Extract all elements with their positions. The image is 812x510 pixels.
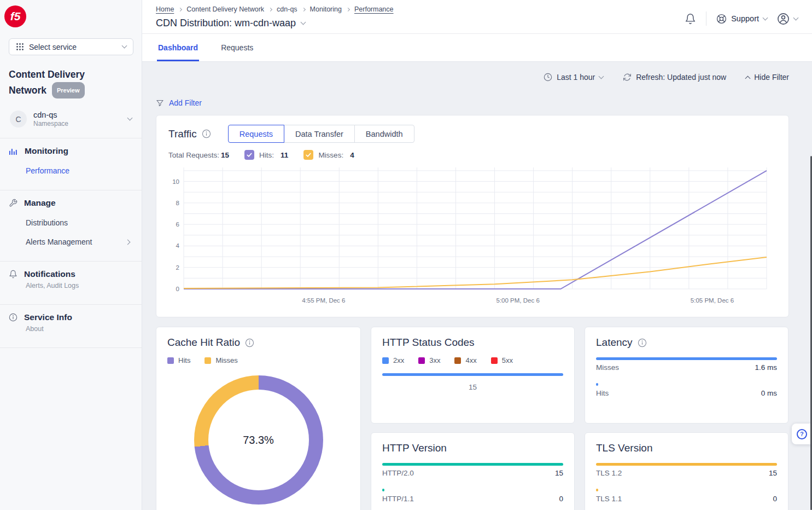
- latency-hits-row: Hits0 ms: [596, 383, 777, 397]
- traffic-view-tabs: Requests Data Transfer Bandwidth: [228, 125, 414, 143]
- http11-label: HTTP/1.1: [382, 495, 414, 503]
- info-icon: [202, 129, 211, 138]
- tab-dashboard[interactable]: Dashboard: [157, 34, 199, 61]
- funnel-icon: [156, 99, 164, 107]
- topbar-right: Support: [685, 5, 798, 29]
- donut-wrap: 73.3%: [167, 375, 349, 505]
- sidebar-item-service-info[interactable]: Service Info About: [0, 305, 142, 340]
- add-filter-button[interactable]: Add Filter: [169, 98, 202, 107]
- cache-hit-ratio-panel: Cache Hit Ratio Hits Misses: [156, 327, 361, 510]
- http2-label: HTTP/2.0: [382, 469, 414, 477]
- breadcrumb-separator: [178, 7, 182, 11]
- breadcrumb-monitoring[interactable]: Monitoring: [310, 5, 342, 13]
- page-tabs: Dashboard Requests: [142, 34, 812, 62]
- status-2xx-bar: [382, 373, 563, 376]
- 5xx-label: 5xx: [502, 356, 513, 364]
- svg-text:4:55 PM, Dec 6: 4:55 PM, Dec 6: [302, 297, 345, 304]
- breadcrumb-performance[interactable]: Performance: [354, 5, 394, 13]
- page-title: CDN Distribution: wm-cdn-waap: [156, 18, 296, 29]
- traffic-panel: Traffic Requests Data Transfer Bandwidth…: [156, 115, 789, 317]
- misses-legend-label: Misses: [215, 356, 237, 364]
- traffic-line-chart: 02468104:55 PM, Dec 65:00 PM, Dec 65:05 …: [168, 164, 776, 309]
- status-bar-count: 15: [382, 383, 563, 391]
- latency-panel: Latency Misses1.6 ms Hits0 ms: [585, 327, 788, 424]
- hits-checkbox[interactable]: Hits:11: [244, 150, 288, 160]
- notifications-label: Notifications: [24, 269, 75, 279]
- hits-label: Hits:: [259, 151, 274, 159]
- monitoring-section-label: Monitoring: [25, 146, 68, 156]
- legend-item-2xx: 2xx: [382, 356, 404, 364]
- service-info-label: Service Info: [24, 312, 72, 322]
- select-service-dropdown[interactable]: Select service: [9, 38, 133, 55]
- topbar: Home Content Delivery Network cdn-qs Mon…: [142, 0, 812, 34]
- http-version-header: HTTP Version: [382, 442, 563, 454]
- time-range-dropdown[interactable]: Last 1 hour: [544, 73, 603, 82]
- tls-version-panel: TLS Version TLS 1.215 TLS 1.10: [585, 432, 788, 510]
- tls12-row: TLS 1.215: [596, 463, 777, 477]
- hits-legend-label: Hits: [178, 356, 190, 364]
- breadcrumb-namespace[interactable]: cdn-qs: [277, 5, 297, 13]
- hits-swatch: [167, 357, 174, 364]
- latency-hits-bar: [596, 383, 598, 386]
- namespace-text: cdn-qs Namespace: [33, 111, 68, 127]
- breadcrumb-home[interactable]: Home: [156, 5, 174, 13]
- 5xx-swatch: [491, 357, 498, 364]
- breadcrumb-cdn[interactable]: Content Delivery Network: [186, 5, 264, 13]
- page-title-dropdown[interactable]: CDN Distribution: wm-cdn-waap: [156, 18, 394, 29]
- topbar-divider: [706, 11, 706, 26]
- app-root: f5 Select service Content Delivery Netwo…: [0, 0, 812, 510]
- misses-checkbox-box: [303, 150, 313, 160]
- dashboard-grid: Cache Hit Ratio Hits Misses: [156, 327, 789, 510]
- alerts-management-label: Alerts Management: [26, 237, 92, 246]
- http-status-codes-title: HTTP Status Codes: [382, 337, 475, 349]
- misses-swatch: [205, 357, 211, 364]
- http2-track: [382, 463, 563, 466]
- svg-text:8: 8: [176, 200, 179, 206]
- time-range-label: Last 1 hour: [557, 73, 595, 82]
- tls11-row: TLS 1.10: [596, 489, 777, 503]
- chevron-up-icon: [745, 76, 751, 81]
- notifications-header: Notifications: [9, 269, 133, 279]
- misses-label: Misses:: [318, 151, 343, 159]
- chevron-down-icon: [301, 20, 306, 25]
- chevron-down-icon: [122, 43, 127, 49]
- select-service-label: Select service: [29, 43, 77, 51]
- cache-hit-percentage: 73.3%: [243, 434, 274, 447]
- sidebar: f5 Select service Content Delivery Netwo…: [0, 0, 142, 510]
- tls12-bar: [596, 463, 777, 466]
- traffic-tab-requests[interactable]: Requests: [228, 125, 284, 143]
- 3xx-swatch: [418, 357, 425, 364]
- legend-item-misses: Misses: [205, 356, 237, 364]
- chevron-right-icon: [125, 239, 131, 245]
- traffic-tab-data-transfer[interactable]: Data Transfer: [284, 125, 355, 143]
- refresh-label: Refresh: Updated just now: [636, 73, 726, 82]
- sidebar-item-alerts-management[interactable]: Alerts Management: [26, 237, 133, 246]
- support-menu[interactable]: Support: [716, 14, 767, 24]
- clock-icon: [544, 73, 552, 82]
- sidebar-item-distributions[interactable]: Distributions: [26, 218, 133, 227]
- tls12-label: TLS 1.2: [596, 469, 622, 477]
- sidebar-item-notifications[interactable]: Notifications Alerts, Audit Logs: [0, 262, 142, 297]
- check-icon: [246, 152, 253, 158]
- refresh-button[interactable]: Refresh: Updated just now: [623, 73, 726, 82]
- misses-checkbox[interactable]: Misses:4: [303, 150, 354, 160]
- apps-grid-icon: [16, 43, 24, 51]
- f5-logo[interactable]: f5: [4, 5, 26, 27]
- tls11-track: [596, 489, 777, 491]
- info-icon: [245, 338, 254, 347]
- hide-filter-button[interactable]: Hide Filter: [746, 73, 789, 82]
- notifications-bell-button[interactable]: [685, 13, 696, 25]
- tab-requests[interactable]: Requests: [220, 34, 254, 61]
- namespace-name: cdn-qs: [33, 111, 68, 119]
- latency-title: Latency: [596, 337, 633, 349]
- user-account-menu[interactable]: [777, 13, 798, 25]
- logo-row: f5: [0, 0, 142, 27]
- help-button[interactable]: ?: [792, 424, 812, 444]
- breadcrumb-separator: [346, 7, 350, 11]
- donut-hole: 73.3%: [208, 390, 309, 490]
- hits-checkbox-box: [244, 150, 254, 160]
- traffic-tab-bandwidth[interactable]: Bandwidth: [354, 125, 414, 143]
- f5-logo-text: f5: [10, 10, 21, 23]
- namespace-selector[interactable]: C cdn-qs Namespace: [4, 107, 137, 131]
- sidebar-item-performance[interactable]: Performance: [26, 166, 133, 175]
